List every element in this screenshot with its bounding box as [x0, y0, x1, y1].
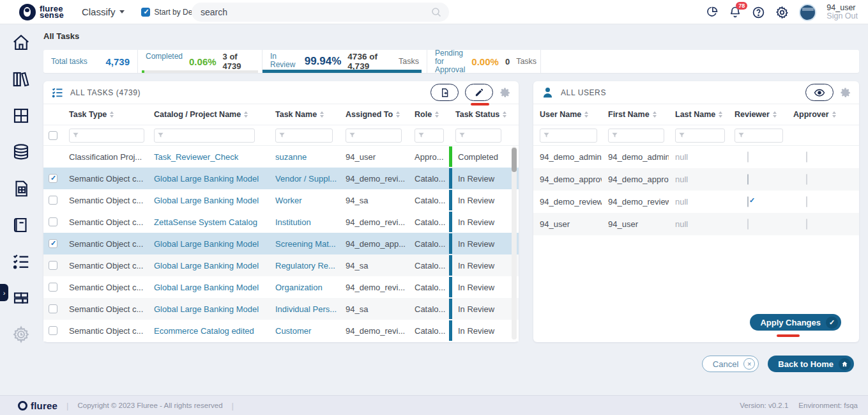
sidebar-item-bricks[interactable]: [11, 288, 31, 308]
stat-in-review[interactable]: In Review 99.94% 4736 of 4,739 Tasks: [263, 50, 427, 73]
edit-tasks-button[interactable]: [465, 84, 493, 101]
start-by-default-checkbox[interactable]: [141, 8, 150, 17]
users-gear-icon[interactable]: [840, 87, 851, 98]
sidebar-item-grid[interactable]: [11, 106, 31, 125]
row-checkbox[interactable]: [49, 283, 57, 292]
task-name-link[interactable]: Organization: [269, 283, 339, 292]
user-name-cell: 94_demo_reviewe: [533, 197, 602, 207]
view-users-button[interactable]: [805, 84, 834, 101]
list-item[interactable]: 94_demo_admin94_demo_adminnull: [533, 146, 859, 168]
approver-checkbox[interactable]: [806, 152, 807, 162]
export-tasks-button[interactable]: [430, 84, 459, 101]
catalog-link[interactable]: Global Large Banking Model: [148, 283, 269, 292]
task-name-link[interactable]: Worker: [269, 196, 339, 205]
reviewer-checkbox[interactable]: [747, 174, 749, 185]
reviewer-checkbox[interactable]: [747, 152, 749, 162]
col-reviewer[interactable]: Reviewer: [728, 110, 787, 119]
task-name-link[interactable]: Institution: [269, 217, 339, 227]
stat-pending[interactable]: Pending for Approval 0.00% 0 Tasks: [427, 50, 541, 73]
catalog-link[interactable]: Ecommerce Catalog edited: [148, 326, 269, 336]
table-row[interactable]: Semantic Object c...Global Large Banking…: [43, 189, 519, 211]
back-to-home-button[interactable]: Back to Home: [768, 356, 854, 372]
col-last-name[interactable]: Last Name: [669, 110, 728, 119]
catalog-link[interactable]: Global Large Banking Model: [148, 261, 269, 270]
classify-menu[interactable]: Classify: [82, 6, 125, 17]
task-name-link[interactable]: Screening Mat...: [269, 239, 339, 249]
col-approver[interactable]: Approver: [787, 110, 859, 119]
stat-completed[interactable]: Completed 0.06% 3 of 4739: [138, 50, 263, 73]
approver-checkbox[interactable]: [806, 219, 807, 230]
row-checkbox[interactable]: [49, 304, 57, 313]
tasks-gear-icon[interactable]: [499, 87, 511, 98]
task-name-link[interactable]: suzanne: [269, 152, 339, 162]
task-name-link[interactable]: Customer: [269, 326, 339, 336]
list-item[interactable]: 94_demo_approv94_demo_appro..null: [533, 168, 859, 191]
row-checkbox[interactable]: [49, 326, 57, 335]
filter-input-catalog[interactable]: [154, 129, 255, 143]
col-catalog[interactable]: Catalog / Project Name: [148, 110, 269, 119]
catalog-link[interactable]: ZettaSense System Catalog: [148, 217, 269, 227]
list-item[interactable]: 94_user94_usernull: [533, 213, 859, 235]
sidebar-item-library[interactable]: [11, 70, 31, 89]
task-name-link[interactable]: Vendor / Suppl...: [269, 174, 339, 184]
fluree-logo-icon: [19, 4, 36, 20]
table-row[interactable]: Semantic Object c...Global Large Banking…: [43, 298, 519, 320]
catalog-link[interactable]: Task_Reviewer_Check: [148, 152, 269, 162]
tasks-scrollbar[interactable]: [512, 146, 517, 340]
row-checkbox[interactable]: [49, 196, 57, 205]
col-role[interactable]: Role: [408, 110, 449, 119]
search-input[interactable]: [192, 7, 431, 17]
sign-out-link[interactable]: Sign Out: [826, 12, 858, 20]
row-checkbox[interactable]: [49, 217, 57, 226]
table-row[interactable]: Semantic Object c...ZettaSense System Ca…: [43, 211, 519, 233]
help-icon[interactable]: [752, 6, 765, 19]
table-row[interactable]: Semantic Object c...Global Large Banking…: [43, 276, 519, 298]
col-task-status[interactable]: Task Status: [449, 110, 519, 119]
sidebar-item-datasheet[interactable]: [11, 179, 31, 198]
task-name-link[interactable]: Regulatory Re...: [269, 261, 339, 270]
catalog-link[interactable]: Global Large Banking Model: [148, 174, 269, 184]
sidebar-item-glossary[interactable]: [11, 215, 31, 235]
settings-gear-icon[interactable]: [775, 6, 789, 19]
catalog-link[interactable]: Global Large Banking Model: [148, 304, 269, 314]
row-checkbox[interactable]: [49, 261, 57, 270]
col-task-type[interactable]: Task Type: [63, 110, 148, 119]
avatar[interactable]: [799, 4, 816, 21]
sidebar-item-settings[interactable]: [11, 325, 31, 344]
select-all-checkbox[interactable]: [49, 131, 57, 140]
approver-checkbox[interactable]: [806, 174, 807, 185]
task-status-cell: In Review: [449, 233, 519, 254]
table-row[interactable]: Semantic Object c...Global Large Banking…: [43, 168, 519, 189]
catalog-link[interactable]: Global Large Banking Model: [148, 239, 269, 249]
reports-pie-icon[interactable]: [706, 6, 719, 19]
reviewer-checkbox[interactable]: [747, 219, 749, 230]
tasks-filter-row: [43, 125, 519, 146]
filter-icon: [349, 132, 356, 139]
table-row[interactable]: Semantic Object c...Global Large Banking…: [43, 233, 519, 254]
col-assigned-to[interactable]: Assigned To: [339, 110, 408, 119]
list-item[interactable]: 94_demo_reviewe94_demo_reviewnull: [533, 191, 859, 213]
notifications-bell-icon[interactable]: 78: [729, 6, 742, 19]
cancel-button[interactable]: Cancel ×: [702, 356, 759, 372]
search-bar[interactable]: [192, 3, 449, 22]
reviewer-checkbox[interactable]: [747, 196, 749, 207]
task-name-link[interactable]: Individual Pers...: [269, 304, 339, 314]
sidebar-item-database[interactable]: [11, 143, 31, 162]
col-task-name[interactable]: Task Name: [269, 110, 339, 119]
approver-checkbox[interactable]: [806, 196, 807, 207]
sidebar-item-tasks[interactable]: [11, 252, 31, 271]
row-checkbox[interactable]: [49, 174, 57, 183]
row-checkbox[interactable]: [49, 239, 57, 248]
sidebar-item-home[interactable]: [11, 33, 31, 52]
col-first-name[interactable]: First Name: [602, 110, 669, 119]
col-user-name[interactable]: User Name: [533, 110, 602, 119]
filter-input-task-type[interactable]: [69, 129, 144, 143]
table-row[interactable]: Classification Proj...Task_Reviewer_Chec…: [43, 146, 519, 168]
stat-total-tasks[interactable]: Total tasks 4,739: [43, 50, 138, 73]
table-row[interactable]: Semantic Object c...Ecommerce Catalog ed…: [43, 320, 519, 341]
catalog-link[interactable]: Global Large Banking Model: [148, 196, 269, 205]
scrollbar-thumb[interactable]: [512, 148, 517, 172]
last-name-cell: null: [669, 197, 728, 207]
table-row[interactable]: Semantic Object c...Global Large Banking…: [43, 254, 519, 276]
apply-changes-button[interactable]: Apply Changes ✓: [750, 314, 841, 331]
